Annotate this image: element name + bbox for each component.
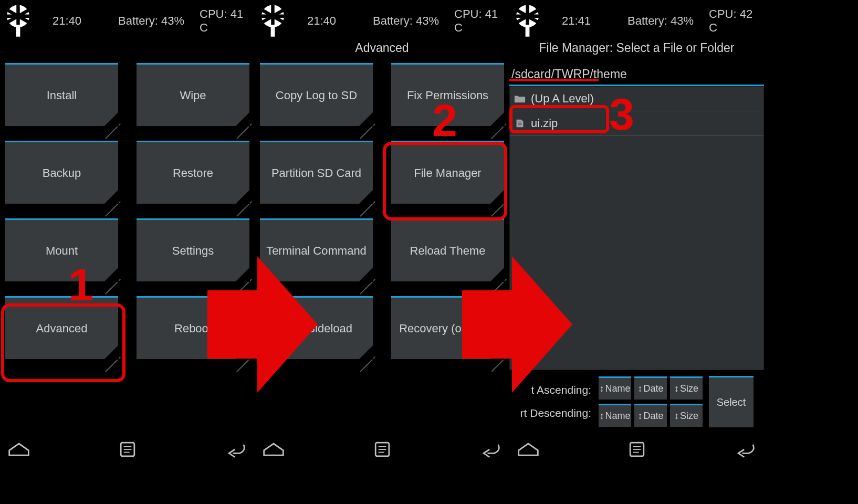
copy-log-button[interactable]: Copy Log to SD (260, 63, 373, 126)
status-battery: Battery: 43% (627, 14, 694, 28)
status-time: 21:40 (307, 14, 336, 28)
advanced-button[interactable]: Advanced (5, 296, 118, 359)
sort-asc-label: t Ascending: (531, 384, 591, 396)
nav-bar (0, 433, 255, 467)
status-battery: Battery: 43% (118, 14, 184, 28)
sort-arrow-icon: ↕ (599, 411, 604, 422)
status-bar: 21:40 Battery: 43% CPU: 41 C (255, 0, 509, 42)
sort-asc-size-button[interactable]: ↕Size (670, 376, 703, 400)
status-time: 21:40 (53, 14, 81, 28)
list-item-label: ui.zip (531, 117, 558, 130)
sort-bar: t Ascending: rt Descending: ↕Name ↕Date … (509, 370, 764, 433)
terminal-command-button[interactable]: Terminal Command (260, 218, 373, 281)
screen-advanced: 21:40 Battery: 43% CPU: 41 C Advanced Co… (255, 0, 509, 467)
list-item-up[interactable]: (Up A Level) (510, 87, 763, 111)
twrp-logo-icon (510, 4, 545, 38)
page-title: File Manager: Select a File or Folder (509, 42, 764, 58)
page-title (0, 42, 255, 58)
status-time: 21:41 (562, 14, 591, 28)
settings-button[interactable]: Settings (137, 218, 249, 281)
sort-arrow-icon: ↕ (599, 383, 604, 394)
back-icon[interactable] (734, 439, 757, 461)
fix-permissions-button[interactable]: Fix Permissions (391, 63, 504, 126)
screen-file-manager: 21:41 Battery: 43% CPU: 42 C File Manage… (509, 0, 764, 467)
nav-bar (509, 433, 764, 467)
list-item-label: (Up A Level) (531, 92, 594, 106)
console-icon[interactable] (371, 439, 394, 461)
home-icon[interactable] (7, 439, 30, 461)
sort-arrow-icon: ↕ (637, 411, 642, 422)
advanced-menu-grid: Copy Log to SD Fix Permissions Partition… (255, 58, 509, 433)
page-title: Advanced (255, 42, 509, 58)
back-icon[interactable] (479, 439, 502, 461)
twrp-logo-icon (256, 4, 290, 38)
backup-button[interactable]: Backup (5, 141, 118, 204)
select-button[interactable]: Select (709, 376, 754, 427)
status-battery: Battery: 43% (373, 14, 439, 28)
list-item-file[interactable]: ui.zip (510, 111, 763, 136)
sort-arrow-icon: ↕ (674, 411, 679, 422)
sort-desc-label: rt Descending: (520, 407, 591, 419)
install-button[interactable]: Install (5, 63, 118, 126)
sort-arrow-icon: ↕ (637, 383, 642, 394)
status-cpu: CPU: 41 C (454, 7, 509, 35)
status-cpu: CPU: 41 C (200, 7, 255, 35)
recovery-button[interactable]: Recovery (only SO (391, 296, 504, 359)
file-path: /sdcard/TWRP/theme (509, 64, 764, 86)
reboot-button[interactable]: Reboot (137, 296, 249, 359)
folder-icon (514, 94, 526, 103)
sort-desc-name-button[interactable]: ↕Name (599, 404, 631, 427)
status-cpu: CPU: 42 C (709, 7, 764, 35)
status-bar: 21:40 Battery: 43% CPU: 41 C (0, 0, 255, 42)
file-icon (514, 119, 526, 128)
twrp-logo-icon (1, 4, 35, 38)
screen-main: 21:40 Battery: 43% CPU: 41 C Install Wip… (0, 0, 255, 467)
console-icon[interactable] (625, 439, 648, 461)
sort-desc-date-button[interactable]: ↕Date (634, 404, 667, 427)
main-menu-grid: Install Wipe Backup Restore Mount Settin… (0, 58, 255, 433)
file-manager-button[interactable]: File Manager (391, 141, 504, 204)
adb-sideload-button[interactable]: ADB Sideload (260, 296, 373, 359)
sort-arrow-icon: ↕ (674, 383, 679, 394)
partition-sd-button[interactable]: Partition SD Card (260, 141, 373, 204)
mount-button[interactable]: Mount (5, 218, 118, 281)
console-icon[interactable] (116, 439, 139, 461)
sort-asc-date-button[interactable]: ↕Date (634, 376, 667, 400)
sort-asc-name-button[interactable]: ↕Name (599, 376, 631, 400)
reload-theme-button[interactable]: Reload Theme (391, 218, 504, 281)
nav-bar (255, 433, 509, 467)
status-bar: 21:41 Battery: 43% CPU: 42 C (509, 0, 764, 42)
restore-button[interactable]: Restore (137, 141, 249, 204)
back-icon[interactable] (224, 439, 247, 461)
home-icon[interactable] (262, 439, 285, 461)
file-list: (Up A Level) ui.zip (509, 86, 764, 370)
wipe-button[interactable]: Wipe (137, 63, 249, 126)
sort-desc-size-button[interactable]: ↕Size (670, 404, 703, 427)
home-icon[interactable] (517, 439, 540, 461)
